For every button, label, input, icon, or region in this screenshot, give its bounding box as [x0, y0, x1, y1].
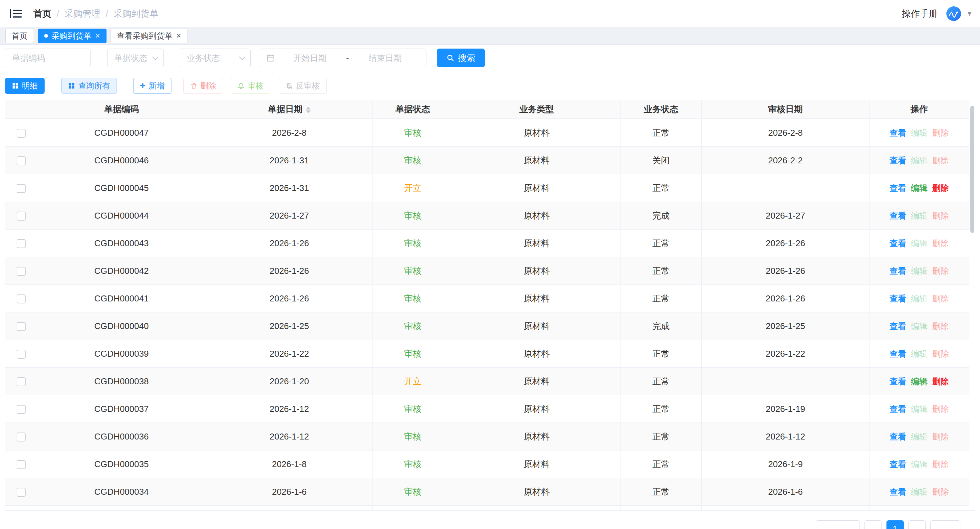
edit-link[interactable]: 编辑 [911, 349, 928, 358]
query-all-button[interactable]: 查询所有 [61, 78, 117, 94]
edit-link[interactable]: 编辑 [911, 238, 928, 248]
tab-home[interactable]: 首页 [5, 29, 34, 43]
row-checkbox[interactable] [17, 322, 25, 331]
delete-link[interactable]: 删除 [932, 266, 949, 275]
add-button[interactable]: + 新增 [133, 78, 172, 94]
view-link[interactable]: 查看 [890, 211, 907, 220]
edit-link[interactable]: 编辑 [911, 156, 928, 165]
edit-link[interactable]: 编辑 [911, 294, 928, 303]
delete-link[interactable]: 删除 [932, 404, 949, 413]
view-link[interactable]: 查看 [890, 238, 907, 248]
cell-date: 2026-1-26 [206, 285, 373, 312]
view-link[interactable]: 查看 [890, 321, 907, 331]
view-link[interactable]: 查看 [890, 128, 907, 137]
breadcrumb-purchase-mgmt[interactable]: 采购管理 [65, 8, 100, 20]
col-doc-date[interactable]: 单据日期 [206, 100, 373, 119]
edit-link[interactable]: 编辑 [911, 211, 928, 220]
breadcrumb-home[interactable]: 首页 [33, 8, 51, 20]
tab-label: 采购到货单 [52, 30, 92, 41]
delete-link[interactable]: 删除 [932, 459, 949, 469]
row-checkbox[interactable] [17, 211, 25, 221]
detail-button[interactable]: 明细 [5, 78, 45, 94]
delete-link[interactable]: 删除 [932, 211, 949, 220]
delete-link[interactable]: 删除 [932, 376, 949, 386]
pagination: 1 [816, 520, 960, 529]
cell-code: CGDH000046 [37, 147, 206, 174]
search-icon [446, 54, 454, 62]
row-checkbox[interactable] [17, 294, 25, 303]
row-checkbox[interactable] [17, 129, 25, 138]
delete-link[interactable]: 删除 [932, 294, 949, 303]
delete-link[interactable]: 删除 [932, 321, 949, 331]
row-checkbox[interactable] [17, 267, 25, 276]
cell-biz-status: 完成 [620, 312, 702, 340]
edit-link[interactable]: 编辑 [911, 459, 928, 469]
delete-link[interactable]: 删除 [932, 156, 949, 165]
view-link[interactable]: 查看 [890, 266, 907, 275]
delete-link[interactable]: 删除 [932, 238, 949, 248]
delete-link[interactable]: 删除 [932, 349, 949, 358]
view-link[interactable]: 查看 [890, 294, 907, 303]
audit-button[interactable]: 审核 [231, 78, 270, 94]
view-link[interactable]: 查看 [890, 487, 907, 496]
edit-link[interactable]: 编辑 [911, 183, 928, 193]
biz-status-select[interactable]: 业务状态 [180, 49, 251, 67]
page-jump-input[interactable] [931, 520, 960, 529]
edit-link[interactable]: 编辑 [911, 432, 928, 441]
avatar[interactable] [947, 6, 961, 21]
view-link[interactable]: 查看 [890, 459, 907, 469]
row-checkbox[interactable] [17, 405, 25, 414]
edit-link[interactable]: 编辑 [911, 487, 928, 496]
collapse-menu-icon[interactable] [9, 7, 23, 20]
date-range-picker[interactable]: 开始日期 - 结束日期 [260, 49, 426, 67]
view-link[interactable]: 查看 [890, 156, 907, 165]
chevron-down-icon[interactable]: ▾ [968, 9, 971, 18]
view-link[interactable]: 查看 [890, 183, 907, 193]
doc-status-placeholder: 单据状态 [114, 52, 148, 64]
table-row: CGDH000043 2026-1-26 审核 原材料 正常 2026-1-26… [5, 230, 969, 257]
tab-purchase-delivery[interactable]: 采购到货单 × [38, 29, 107, 43]
cell-date [206, 506, 373, 511]
table-scroll-area[interactable]: CGDH000047 2026-2-8 审核 原材料 正常 2026-2-8 查… [5, 119, 975, 511]
delete-link[interactable]: 删除 [932, 183, 949, 193]
vertical-scrollbar[interactable] [970, 106, 974, 233]
view-link[interactable]: 查看 [890, 432, 907, 441]
edit-link[interactable]: 编辑 [911, 321, 928, 331]
cell-status: 审核 [373, 451, 453, 478]
row-checkbox[interactable] [17, 377, 25, 386]
next-page-button[interactable] [908, 520, 926, 529]
cell-select [5, 340, 37, 368]
search-button[interactable]: 搜索 [437, 49, 485, 67]
row-checkbox[interactable] [17, 460, 25, 469]
manual-link[interactable]: 操作手册 [902, 8, 938, 20]
row-checkbox[interactable] [17, 488, 25, 497]
edit-link[interactable]: 编辑 [911, 404, 928, 413]
close-icon[interactable]: × [95, 32, 100, 40]
edit-link[interactable]: 编辑 [911, 266, 928, 275]
view-link[interactable]: 查看 [890, 349, 907, 358]
delete-link[interactable]: 删除 [932, 128, 949, 137]
view-link[interactable]: 查看 [890, 376, 907, 386]
cell-status: 开立 [373, 368, 453, 395]
grid-icon [68, 82, 75, 89]
prev-page-button[interactable] [864, 520, 882, 529]
edit-link[interactable]: 编辑 [911, 128, 928, 137]
row-checkbox[interactable] [17, 239, 25, 248]
close-icon[interactable]: × [177, 32, 181, 40]
tab-view-purchase-delivery[interactable]: 查看采购到货单 × [110, 29, 188, 43]
sort-icon[interactable] [306, 107, 310, 113]
row-checkbox[interactable] [17, 349, 25, 359]
unaudit-button[interactable]: 反审核 [279, 78, 326, 94]
delete-link[interactable]: 删除 [932, 487, 949, 496]
edit-link[interactable]: 编辑 [911, 376, 928, 386]
row-checkbox[interactable] [17, 432, 25, 442]
delete-button[interactable]: 删除 [183, 78, 223, 94]
current-page-button[interactable]: 1 [886, 520, 904, 529]
row-checkbox[interactable] [17, 184, 25, 193]
page-size-select[interactable] [816, 520, 860, 529]
delete-link[interactable]: 删除 [932, 432, 949, 441]
doc-status-select[interactable]: 单据状态 [107, 49, 164, 67]
row-checkbox[interactable] [17, 156, 25, 165]
view-link[interactable]: 查看 [890, 404, 907, 413]
doc-code-input[interactable] [5, 49, 91, 67]
